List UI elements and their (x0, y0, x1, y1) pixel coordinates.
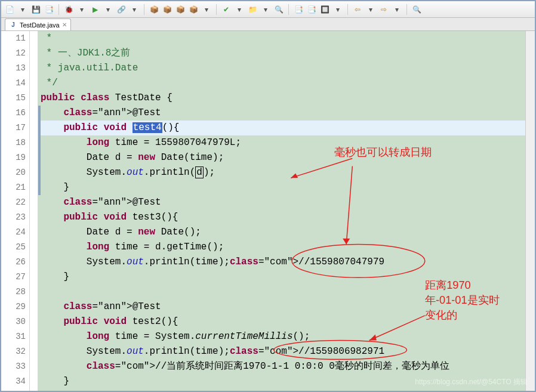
code-line[interactable]: class="ann">@Test (38, 106, 535, 121)
line-number: 18 (1, 135, 26, 150)
code-line[interactable]: public class TestDate { (38, 91, 535, 106)
marker-cell (30, 359, 38, 374)
dropdown-icon[interactable]: ▾ (77, 5, 87, 14)
forward-icon[interactable]: ⇨ (379, 5, 389, 14)
line-number: 25 (1, 240, 26, 255)
separator (216, 4, 217, 15)
code-line[interactable]: long time = d.getTime(); (38, 240, 535, 255)
separator (58, 4, 59, 15)
code-line[interactable]: } (38, 180, 535, 195)
dropdown-icon[interactable]: ▾ (235, 5, 244, 14)
dropdown-icon[interactable]: ▾ (103, 5, 113, 14)
line-number: 34 (1, 374, 26, 389)
code-line[interactable]: System.out.println(time);class="com">//1… (38, 344, 535, 359)
line-number: 14 (1, 76, 26, 91)
code-line[interactable]: class="ann">@Test (38, 195, 535, 210)
toolbar-icon[interactable]: 📑 (294, 5, 303, 14)
separator (347, 4, 348, 15)
back-icon[interactable]: ⇦ (353, 5, 362, 14)
toolbar-icon[interactable]: 📑 (44, 5, 54, 14)
search-icon[interactable]: 🔍 (412, 5, 421, 14)
toolbar-icon[interactable]: 📄 (5, 5, 14, 14)
line-number: 27 (1, 270, 26, 285)
code-line[interactable]: public void test2(){ (38, 314, 535, 329)
code-line[interactable]: class="ann">@Test (38, 300, 535, 314)
change-marker (38, 106, 41, 121)
line-number: 15 (1, 91, 26, 106)
marker-cell (30, 106, 38, 121)
dropdown-icon[interactable]: ▾ (202, 5, 211, 14)
marker-cell (30, 31, 38, 46)
tab-close-icon[interactable]: ✕ (62, 21, 67, 28)
code-line[interactable]: long time = System.currentTimeMillis(); (38, 329, 535, 344)
dropdown-icon[interactable]: ▾ (392, 5, 402, 14)
package-icon[interactable]: 📦 (149, 5, 159, 14)
main-toolbar: 📄 ▾ 💾 📑 🐞 ▾ ▶ ▾ 🔗 ▾ 📦 📦 📦 📦 ▾ ✔ ▾ 📁 ▾ 🔍 … (1, 1, 535, 18)
line-number: 28 (1, 285, 26, 300)
dropdown-icon[interactable]: ▾ (130, 5, 139, 14)
code-line[interactable]: Date d = new Date(time); (38, 150, 535, 165)
change-marker (38, 180, 41, 195)
search-icon[interactable]: 🔍 (274, 5, 284, 14)
open-type-icon[interactable]: ✔ (221, 5, 231, 14)
code-area[interactable]: * * 一、JDK1.8之前 * java.util.Date */public… (38, 31, 535, 391)
line-number: 13 (1, 61, 26, 76)
marker-cell (30, 165, 38, 180)
line-number: 17 (1, 121, 26, 135)
line-number: 21 (1, 180, 26, 195)
marker-cell (30, 314, 38, 329)
package-icon[interactable]: 📦 (175, 5, 185, 14)
vertical-scrollbar[interactable] (525, 31, 535, 391)
dropdown-icon[interactable]: ▾ (18, 5, 27, 14)
line-number: 11 (1, 31, 26, 46)
marker-strip (30, 31, 38, 391)
editor-tab-bar: J TestDate.java ✕ (1, 18, 535, 31)
toolbar-icon[interactable]: 🔲 (320, 5, 329, 14)
code-line[interactable]: */ (38, 76, 535, 91)
toolbar-icon[interactable]: 🔗 (116, 5, 126, 14)
marker-cell (30, 195, 38, 210)
toolbar-icon[interactable]: 📑 (307, 5, 316, 14)
run-icon[interactable]: ▶ (90, 5, 100, 14)
change-marker (38, 135, 41, 150)
change-marker (38, 121, 41, 135)
code-editor[interactable]: 1112131415161718192021222324252627282930… (1, 31, 535, 391)
line-number: 20 (1, 165, 26, 180)
marker-cell (30, 329, 38, 344)
code-line[interactable] (38, 285, 535, 300)
marker-cell (30, 76, 38, 91)
debug-icon[interactable]: 🐞 (64, 5, 73, 14)
change-marker (38, 150, 41, 165)
code-line[interactable]: * java.util.Date (38, 61, 535, 76)
file-tab-label: TestDate.java (20, 21, 60, 29)
dropdown-icon[interactable]: ▾ (333, 5, 343, 14)
code-line[interactable]: class="com">//当前系统时间距离1970-1-1 0:0:0 0毫秒… (38, 359, 535, 374)
dropdown-icon[interactable]: ▾ (261, 5, 270, 14)
code-line[interactable]: Date d = new Date(); (38, 225, 535, 240)
code-line[interactable]: * 一、JDK1.8之前 (38, 46, 535, 61)
code-line[interactable]: long time = 1559807047979L; (38, 135, 535, 150)
watermark: https://blog.csdn.net/@54CTO 摘辑 (415, 377, 528, 387)
marker-cell (30, 240, 38, 255)
save-icon[interactable]: 💾 (31, 5, 41, 14)
marker-cell (30, 270, 38, 285)
code-line[interactable]: System.out.println(time);class="com">//1… (38, 255, 535, 270)
marker-cell (30, 374, 38, 389)
marker-cell (30, 46, 38, 61)
dropdown-icon[interactable]: ▾ (366, 5, 375, 14)
code-line[interactable]: } (38, 270, 535, 285)
line-number: 26 (1, 255, 26, 270)
code-line[interactable]: System.out.println(d); (38, 165, 535, 180)
code-line[interactable]: public void test4(){ (38, 121, 535, 135)
marker-cell (30, 344, 38, 359)
line-number: 30 (1, 314, 26, 329)
package-icon[interactable]: 📦 (162, 5, 172, 14)
file-tab-testdate[interactable]: J TestDate.java ✕ (5, 18, 71, 30)
line-number: 33 (1, 359, 26, 374)
folder-icon[interactable]: 📁 (248, 5, 257, 14)
line-number: 24 (1, 225, 26, 240)
marker-cell (30, 225, 38, 240)
code-line[interactable]: public void test3(){ (38, 210, 535, 225)
package-icon[interactable]: 📦 (189, 5, 198, 14)
code-line[interactable]: * (38, 31, 535, 46)
